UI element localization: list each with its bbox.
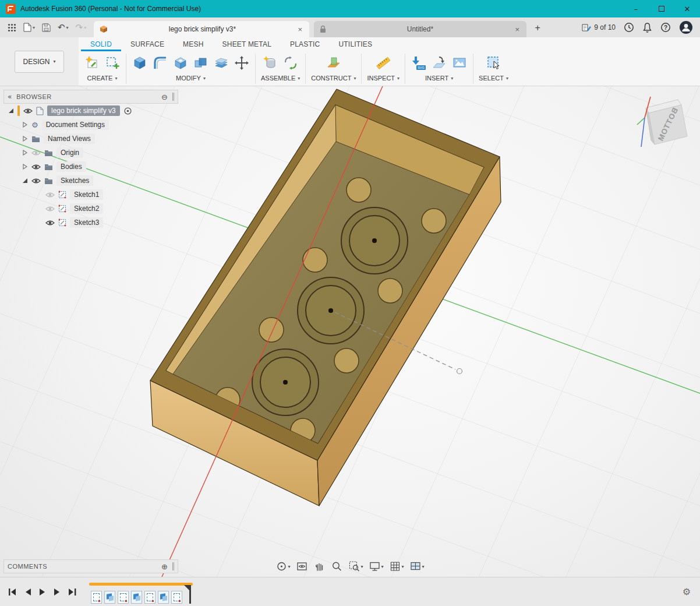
panel-grip[interactable] — [172, 93, 174, 101]
timeline-feature-extrude-icon[interactable] — [158, 591, 169, 604]
visibility-eye-icon[interactable] — [31, 164, 41, 170]
measure-icon[interactable] — [375, 55, 391, 71]
step-forward-icon[interactable] — [54, 588, 61, 596]
insert-svg-icon[interactable]: SVG — [411, 55, 427, 71]
insert-menu-button[interactable]: INSERT▾ — [425, 75, 453, 82]
construction-plane-icon[interactable] — [326, 55, 342, 71]
browser-row-bodies[interactable]: Bodies — [3, 160, 178, 174]
document-tab-inactive[interactable]: Untitled* × — [314, 21, 526, 37]
timeline-playhead-marker[interactable] — [184, 585, 193, 604]
insert-canvas-icon[interactable] — [451, 55, 468, 71]
tab-utilities[interactable]: UTILITIES — [329, 37, 381, 51]
timeline-feature-extrude-icon[interactable] — [104, 591, 115, 604]
display-bar-toggle-icon[interactable]: ⊖ — [161, 93, 168, 101]
close-tab-icon[interactable]: × — [514, 25, 521, 34]
visibility-eye-off-icon[interactable] — [45, 192, 55, 198]
browser-item-label[interactable]: Sketch1 — [70, 189, 103, 200]
go-to-end-icon[interactable] — [68, 588, 77, 596]
notifications-bell-icon[interactable] — [642, 22, 652, 33]
activate-component-radio-icon[interactable] — [123, 107, 132, 115]
view-cube[interactable]: BOTTOM — [635, 93, 692, 150]
modify-menu-button[interactable]: MODIFY▾ — [176, 75, 206, 82]
model-viewport[interactable]: BOTTOM « BROWSER ⊖ lego brick simplify v… — [0, 86, 700, 577]
timeline-track[interactable] — [91, 580, 193, 604]
browser-item-label[interactable]: lego brick simplify v3 — [47, 105, 120, 116]
pan-icon[interactable] — [312, 561, 326, 572]
close-tab-icon[interactable]: × — [297, 25, 304, 34]
insert-decal-icon[interactable] — [431, 55, 447, 71]
offset-faces-icon[interactable] — [213, 55, 229, 71]
fillet-icon[interactable] — [152, 55, 168, 71]
expand-arrow-icon[interactable] — [22, 122, 28, 128]
tab-plastic[interactable]: PLASTIC — [281, 37, 329, 51]
comments-header[interactable]: COMMENTS ⊕ — [3, 559, 178, 573]
tab-sheet-metal[interactable]: SHEET METAL — [213, 37, 281, 51]
joint-icon[interactable] — [282, 55, 299, 71]
go-to-start-icon[interactable] — [8, 588, 17, 596]
browser-item-label[interactable]: Document Settings — [42, 119, 109, 130]
zoom-window-icon[interactable]: ▾ — [347, 561, 364, 572]
browser-item-label[interactable]: Sketch2 — [70, 203, 103, 214]
construct-menu-button[interactable]: CONSTRUCT▾ — [311, 75, 356, 82]
select-menu-button[interactable]: SELECT▾ — [479, 75, 508, 82]
user-avatar[interactable] — [679, 20, 693, 34]
tab-surface[interactable]: SURFACE — [121, 37, 174, 51]
play-icon[interactable] — [39, 588, 46, 596]
timeline-feature-sketch-icon[interactable] — [118, 591, 129, 604]
timeline-feature-extrude-icon[interactable] — [131, 591, 142, 604]
grid-settings-icon[interactable]: ▾ — [388, 561, 405, 572]
add-comment-icon[interactable]: ⊕ — [161, 562, 168, 571]
press-pull-icon[interactable] — [132, 55, 148, 71]
browser-row-sketch3[interactable]: Sketch3 — [3, 216, 178, 230]
assemble-menu-button[interactable]: ASSEMBLE▾ — [261, 75, 300, 82]
save-limit-status[interactable]: 9 of 10 — [582, 23, 616, 32]
visibility-eye-icon[interactable] — [31, 178, 41, 184]
browser-row-sketch1[interactable]: Sketch1 — [3, 188, 178, 202]
look-at-icon[interactable] — [295, 561, 309, 572]
expand-arrow-icon[interactable] — [22, 164, 28, 170]
browser-header[interactable]: « BROWSER ⊖ — [3, 90, 178, 104]
tab-mesh[interactable]: MESH — [174, 37, 213, 51]
combine-icon[interactable] — [193, 55, 209, 71]
move-icon[interactable] — [234, 55, 250, 71]
panel-grip[interactable] — [172, 562, 174, 570]
expand-arrow-icon[interactable] — [8, 108, 14, 114]
viewports-icon[interactable]: ▾ — [409, 561, 426, 572]
workspace-selector[interactable]: DESIGN▾ — [15, 51, 63, 73]
close-button[interactable]: ✕ — [674, 0, 700, 17]
job-status-clock-icon[interactable] — [624, 22, 634, 33]
document-tab-active[interactable]: lego brick simplify v3* × — [94, 21, 309, 37]
browser-item-label[interactable]: Bodies — [56, 161, 86, 172]
browser-row-root[interactable]: lego brick simplify v3 — [3, 104, 178, 118]
redo-button[interactable]: ↷▾ — [73, 20, 90, 35]
create-menu-button[interactable]: CREATE▾ — [87, 75, 118, 82]
step-back-icon[interactable] — [24, 588, 31, 596]
minimize-button[interactable]: – — [623, 0, 649, 17]
timeline-feature-sketch-icon[interactable] — [144, 591, 155, 604]
visibility-eye-icon[interactable] — [45, 220, 55, 226]
browser-row-origin[interactable]: Origin — [3, 146, 178, 160]
browser-item-label[interactable]: Named Views — [44, 133, 95, 144]
browser-row-document-settings[interactable]: ⚙ Document Settings — [3, 118, 178, 132]
lego-brick-model[interactable] — [150, 89, 501, 506]
expand-arrow-icon[interactable] — [22, 178, 28, 184]
visibility-eye-off-icon[interactable] — [45, 206, 55, 212]
new-component-icon[interactable] — [262, 55, 278, 71]
display-settings-icon[interactable]: ▾ — [367, 561, 384, 572]
app-grid-icon[interactable] — [5, 20, 19, 35]
browser-row-named-views[interactable]: Named Views — [3, 132, 178, 146]
tab-solid[interactable]: SOLID — [81, 37, 121, 51]
file-menu-button[interactable]: ▾ — [20, 20, 38, 35]
browser-item-label[interactable]: Origin — [56, 147, 83, 158]
undo-button[interactable]: ↶▾ — [55, 20, 72, 35]
shell-icon[interactable] — [172, 55, 189, 71]
browser-row-sketches[interactable]: Sketches — [3, 174, 178, 188]
expand-arrow-icon[interactable] — [22, 136, 28, 142]
save-button[interactable] — [39, 20, 54, 35]
browser-item-label[interactable]: Sketches — [56, 175, 93, 186]
orbit-icon[interactable]: ▾ — [274, 561, 291, 572]
timeline-feature-sketch-icon[interactable] — [171, 591, 182, 604]
collapse-panel-icon[interactable]: « — [8, 93, 12, 101]
timeline-feature-sketch-icon[interactable] — [91, 591, 102, 604]
zoom-icon[interactable] — [330, 561, 344, 572]
